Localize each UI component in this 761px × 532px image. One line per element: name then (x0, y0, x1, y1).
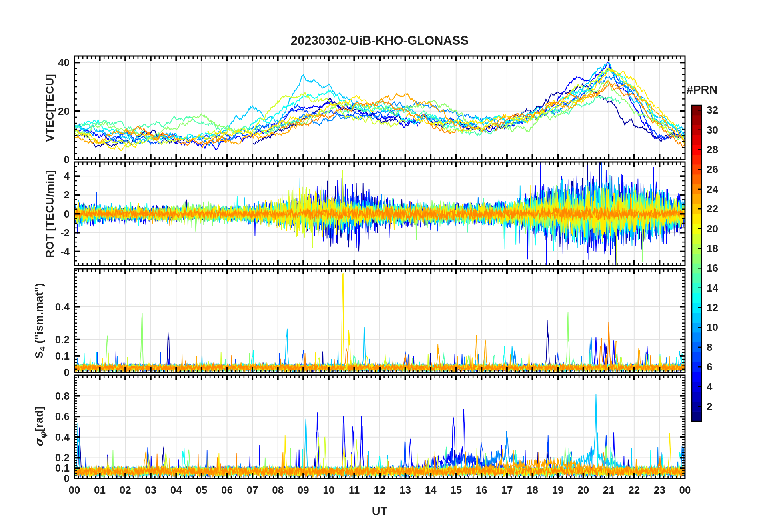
colorbar-tick-label: 6 (707, 361, 739, 373)
y-tick-label-sigma-phi: 0.8 (0, 390, 70, 402)
x-tick-label: 17 (493, 484, 521, 496)
x-tick-label: 14 (417, 484, 445, 496)
colorbar-tick-label: 32 (707, 104, 739, 116)
plot-canvas (0, 0, 761, 532)
x-tick-label: 15 (442, 484, 470, 496)
y-tick-label-rot: 2 (0, 189, 70, 201)
y-tick-label-s4: 0.4 (0, 301, 70, 313)
x-tick-label: 03 (137, 484, 165, 496)
y-tick-label-sigma-phi: 0.2 (0, 452, 70, 464)
x-axis-label: UT (74, 505, 685, 518)
x-tick-label: 21 (595, 484, 623, 496)
colorbar-tick-label: 8 (707, 341, 739, 353)
x-tick-label: 22 (620, 484, 648, 496)
y-label-s4: S4 ("ism.mat") (33, 283, 48, 358)
y-tick-label-rot: -4 (0, 246, 70, 258)
x-tick-label: 01 (86, 484, 114, 496)
x-tick-label: 10 (315, 484, 343, 496)
y-tick-label-s4: 0.1 (0, 350, 70, 362)
y-tick-label-sigma-phi: 0.1 (0, 462, 70, 474)
x-tick-label: 07 (238, 484, 266, 496)
x-tick-label: 05 (188, 484, 216, 496)
colorbar-tick-label: 12 (707, 302, 739, 314)
colorbar-tick-label: 10 (707, 321, 739, 333)
colorbar-tick-label: 16 (707, 262, 739, 274)
x-tick-label: 08 (264, 484, 292, 496)
y-tick-label-sigma-phi: 0.6 (0, 410, 70, 422)
colorbar-tick-label: 20 (707, 223, 739, 235)
y-tick-label-sigma-phi: 0.4 (0, 431, 70, 443)
colorbar-tick-label: 24 (707, 183, 739, 195)
y-tick-label-vtec: 0 (0, 154, 70, 166)
colorbar-title: #PRN (687, 83, 735, 96)
y-tick-label-rot: 0 (0, 208, 70, 220)
colorbar-tick-label: 18 (707, 242, 739, 254)
x-tick-label: 06 (213, 484, 241, 496)
x-tick-label: 00 (671, 484, 699, 496)
x-tick-label: 00 (60, 484, 88, 496)
y-tick-label-s4: 0.2 (0, 334, 70, 346)
x-tick-label: 04 (162, 484, 190, 496)
x-tick-label: 12 (366, 484, 394, 496)
colorbar-tick-label: 30 (707, 124, 739, 136)
figure: 20230302-UiB-KHO-GLONASS UT #PRN VTEC[TE… (0, 0, 761, 532)
colorbar-tick-label: 2 (707, 400, 739, 412)
y-tick-label-s4: 0 (0, 366, 70, 378)
x-tick-label: 13 (391, 484, 419, 496)
x-tick-label: 16 (467, 484, 495, 496)
x-tick-label: 20 (569, 484, 597, 496)
y-tick-label-sigma-phi: 0 (0, 472, 70, 484)
colorbar-tick-label: 26 (707, 163, 739, 175)
y-tick-label-rot: -2 (0, 227, 70, 239)
colorbar-tick-label: 4 (707, 381, 739, 393)
colorbar-tick-label: 22 (707, 203, 739, 215)
x-tick-label: 02 (111, 484, 139, 496)
x-tick-label: 23 (645, 484, 673, 496)
chart-title: 20230302-UiB-KHO-GLONASS (74, 34, 685, 48)
x-tick-label: 19 (544, 484, 572, 496)
x-tick-label: 09 (289, 484, 317, 496)
colorbar-tick-label: 14 (707, 282, 739, 294)
colorbar-tick-label: 28 (707, 144, 739, 156)
x-tick-label: 18 (519, 484, 547, 496)
y-tick-label-vtec: 20 (0, 105, 70, 117)
y-tick-label-rot: 4 (0, 170, 70, 182)
x-tick-label: 11 (340, 484, 368, 496)
y-tick-label-vtec: 40 (0, 56, 70, 68)
